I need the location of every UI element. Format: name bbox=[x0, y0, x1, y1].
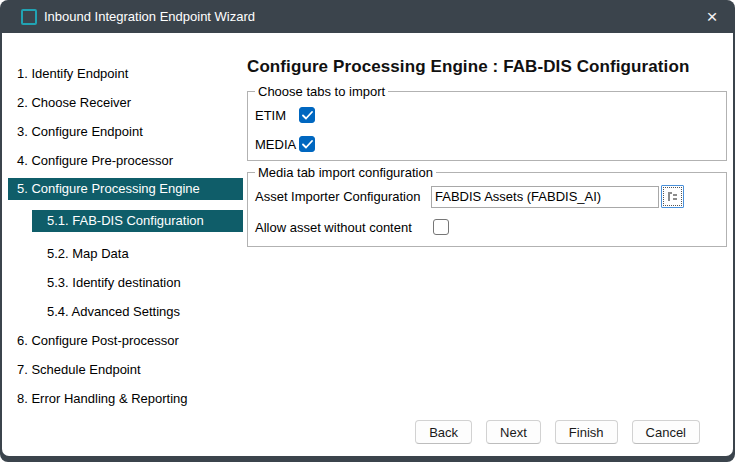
check-icon bbox=[302, 111, 313, 120]
allow-asset-label: Allow asset without content bbox=[255, 220, 431, 235]
sidebar-item-fab-dis-configuration[interactable]: 5.1. FAB-DIS Configuration bbox=[2, 210, 243, 239]
group-choose-tabs: Choose tabs to import ETIM MEDIA bbox=[247, 91, 727, 161]
media-row: MEDIA bbox=[255, 133, 719, 155]
title-bar: Inbound Integration Endpoint Wizard × bbox=[0, 0, 735, 33]
app-icon bbox=[21, 9, 37, 25]
finish-button[interactable]: Finish bbox=[555, 420, 618, 444]
wizard-steps-sidebar: 1. Identify Endpoint 2. Choose Receiver … bbox=[2, 33, 243, 456]
asset-importer-picker-button[interactable] bbox=[661, 185, 684, 208]
wizard-footer: Back Next Finish Cancel bbox=[415, 420, 700, 444]
etim-checkbox[interactable] bbox=[299, 107, 315, 123]
page-title: Configure Processing Engine : FAB-DIS Co… bbox=[247, 57, 727, 77]
group-media-import-config-label: Media tab import configuration bbox=[255, 165, 436, 180]
group-media-import-config: Media tab import configuration Asset Imp… bbox=[247, 172, 727, 247]
cancel-button[interactable]: Cancel bbox=[632, 420, 700, 444]
close-button[interactable]: × bbox=[689, 0, 735, 33]
asset-importer-input[interactable] bbox=[431, 186, 659, 208]
allow-asset-row: Allow asset without content bbox=[255, 219, 719, 235]
sidebar-item-choose-receiver[interactable]: 2. Choose Receiver bbox=[2, 88, 243, 117]
main-content: Configure Processing Engine : FAB-DIS Co… bbox=[243, 33, 733, 456]
sidebar-item-identify-endpoint[interactable]: 1. Identify Endpoint bbox=[2, 59, 243, 88]
sidebar-item-configure-endpoint[interactable]: 3. Configure Endpoint bbox=[2, 117, 243, 146]
media-label: MEDIA bbox=[255, 137, 299, 152]
sidebar-item-advanced-settings[interactable]: 5.4. Advanced Settings bbox=[2, 297, 243, 326]
next-button[interactable]: Next bbox=[486, 420, 541, 444]
asset-importer-row: Asset Importer Configuration bbox=[255, 185, 719, 208]
allow-asset-checkbox[interactable] bbox=[433, 219, 449, 235]
sidebar-item-map-data[interactable]: 5.2. Map Data bbox=[2, 239, 243, 268]
sidebar-item-configure-pre-processor[interactable]: 4. Configure Pre-processor bbox=[2, 146, 243, 175]
window-title: Inbound Integration Endpoint Wizard bbox=[44, 9, 255, 24]
list-picker-icon bbox=[663, 187, 682, 206]
sidebar-item-configure-post-processor[interactable]: 6. Configure Post-processor bbox=[2, 326, 243, 355]
content-panel: 1. Identify Endpoint 2. Choose Receiver … bbox=[2, 33, 733, 456]
etim-label: ETIM bbox=[255, 108, 299, 123]
back-button[interactable]: Back bbox=[415, 420, 472, 444]
sidebar-item-configure-processing-engine[interactable]: 5. Configure Processing Engine bbox=[2, 178, 243, 207]
sidebar-item-error-handling-reporting[interactable]: 8. Error Handling & Reporting bbox=[2, 384, 243, 413]
sidebar-item-schedule-endpoint[interactable]: 7. Schedule Endpoint bbox=[2, 355, 243, 384]
asset-importer-label: Asset Importer Configuration bbox=[255, 189, 431, 204]
media-checkbox[interactable] bbox=[299, 136, 315, 152]
etim-row: ETIM bbox=[255, 104, 719, 126]
group-choose-tabs-label: Choose tabs to import bbox=[255, 84, 388, 99]
wizard-window: Inbound Integration Endpoint Wizard × 1.… bbox=[0, 0, 735, 462]
sidebar-item-identify-destination[interactable]: 5.3. Identify destination bbox=[2, 268, 243, 297]
check-icon bbox=[302, 140, 313, 149]
